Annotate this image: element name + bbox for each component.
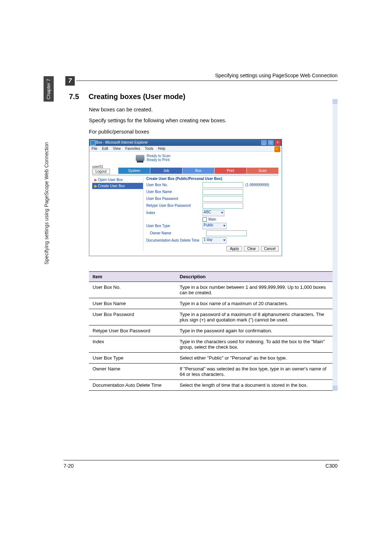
menu-bar: File Edit View Favorites Tools Help bbox=[89, 146, 282, 152]
hint-user-box-no: (1-999999999) bbox=[245, 183, 269, 187]
col-item: Item bbox=[89, 271, 176, 282]
scroll-up-icon[interactable] bbox=[332, 99, 338, 104]
col-description: Description bbox=[176, 271, 336, 282]
menu-view[interactable]: View bbox=[113, 147, 121, 151]
cell-item: User Box Type bbox=[89, 352, 176, 363]
status-scan: Ready to Scan bbox=[147, 154, 171, 158]
tab-separator bbox=[92, 175, 279, 176]
table-row: Documentation Auto Delete TimeSelect the… bbox=[89, 379, 336, 390]
menu-edit[interactable]: Edit bbox=[102, 147, 108, 151]
minimize-icon[interactable]: _ bbox=[261, 140, 267, 145]
cell-item: User Box Name bbox=[89, 298, 176, 309]
label-doc-auto-delete: Documentation Auto Delete Time bbox=[146, 238, 203, 242]
window-titlebar: Box - Microsoft Internet Explorer _ □ × bbox=[89, 139, 282, 146]
chapter-number-badge: 7 bbox=[65, 76, 75, 86]
menu-tools[interactable]: Tools bbox=[145, 147, 153, 151]
body-p1: New boxes can be created. bbox=[89, 106, 338, 113]
table-row: User Box TypeSelect either "Public" or "… bbox=[89, 352, 336, 363]
cell-description: Type in the password again for confirmat… bbox=[176, 325, 336, 336]
window-title-text: Box - Microsoft Internet Explorer bbox=[96, 140, 148, 144]
label-retype-password: Retype User Box Password bbox=[146, 204, 203, 208]
cancel-button[interactable]: Cancel bbox=[261, 246, 279, 251]
cell-description: Type in a box number between 1 and 999,9… bbox=[176, 282, 336, 298]
input-retype-password[interactable] bbox=[203, 203, 243, 209]
input-user-box-no[interactable] bbox=[203, 182, 243, 188]
label-user-box-no: User Box No. bbox=[146, 183, 203, 187]
footer-page: 7-20 bbox=[64, 463, 74, 469]
status-print: Ready to Print bbox=[147, 158, 171, 162]
select-user-box-type[interactable]: Public bbox=[203, 223, 226, 229]
body-p2: Specify settings for the following when … bbox=[89, 117, 338, 124]
cell-item: Owner Name bbox=[89, 363, 176, 379]
tab-box[interactable]: Box bbox=[183, 168, 215, 174]
tab-scan[interactable]: Scan bbox=[247, 168, 279, 174]
description-table: Item Description User Box No.Type in a b… bbox=[89, 271, 336, 391]
apply-button[interactable]: Apply bbox=[226, 246, 242, 251]
table-row: Owner NameIf "Personal" was selected as … bbox=[89, 363, 336, 379]
footer-model: C300 bbox=[326, 463, 338, 469]
select-doc-auto-delete[interactable]: 1 day bbox=[203, 237, 226, 244]
logout-button[interactable]: Logout bbox=[92, 169, 110, 174]
menu-file[interactable]: File bbox=[91, 147, 97, 151]
cell-item: User Box No. bbox=[89, 282, 176, 298]
checkbox-main[interactable] bbox=[203, 217, 207, 222]
input-owner-name[interactable] bbox=[206, 230, 247, 236]
cell-item: Index bbox=[89, 336, 176, 352]
header-rule bbox=[76, 81, 338, 81]
clear-button[interactable]: Clear bbox=[244, 246, 259, 251]
menu-favorites[interactable]: Favorites bbox=[125, 147, 140, 151]
cell-description: Select the length of time that a documen… bbox=[176, 379, 336, 390]
label-user-box-password: User Box Password bbox=[146, 197, 203, 201]
cell-description: Type in a password of a maximum of 8 alp… bbox=[176, 309, 336, 325]
section-body: New boxes can be created. Specify settin… bbox=[89, 106, 338, 135]
section-title: Creating boxes (User mode) bbox=[89, 93, 185, 101]
table-row: User Box PasswordType in a password of a… bbox=[89, 309, 336, 325]
section-number: 7.5 bbox=[69, 93, 87, 101]
tab-system[interactable]: System bbox=[118, 168, 150, 174]
table-row: IndexType in the characters used for ind… bbox=[89, 336, 336, 352]
cell-description: Type in a box name of a maximum of 20 ch… bbox=[176, 298, 336, 309]
cell-description: Type in the characters used for indexing… bbox=[176, 336, 336, 352]
tab-job[interactable]: Job bbox=[150, 168, 182, 174]
table-row: User Box NameType in a box name of a max… bbox=[89, 298, 336, 309]
cell-item: Documentation Auto Delete Time bbox=[89, 379, 176, 390]
label-main: Main bbox=[208, 217, 216, 221]
side-chapter-tab: Chapter 7 bbox=[44, 76, 54, 102]
form-heading: Create User Box (Public/Personal User Bo… bbox=[146, 177, 279, 181]
scroll-down-icon[interactable] bbox=[332, 386, 338, 391]
scrollbar[interactable] bbox=[332, 99, 338, 391]
sidebar-item-create-box[interactable]: ▶Create User Box bbox=[92, 183, 143, 189]
select-index[interactable]: ABC bbox=[203, 210, 224, 216]
table-row: User Box No.Type in a box number between… bbox=[89, 282, 336, 298]
cell-item: User Box Password bbox=[89, 309, 176, 325]
input-user-box-password[interactable] bbox=[203, 196, 243, 202]
label-owner-name: Owner Name bbox=[146, 231, 206, 235]
label-index: Index bbox=[146, 211, 203, 215]
footer-rule bbox=[64, 460, 339, 460]
menu-help[interactable]: Help bbox=[158, 147, 166, 151]
maximize-icon[interactable]: □ bbox=[268, 140, 274, 145]
cell-item: Retype User Box Password bbox=[89, 325, 176, 336]
close-icon[interactable]: × bbox=[274, 140, 281, 145]
screenshot-window: Box - Microsoft Internet Explorer _ □ × … bbox=[89, 139, 282, 256]
table-row: Retype User Box PasswordType in the pass… bbox=[89, 325, 336, 336]
body-p3: For public/personal boxes bbox=[89, 128, 338, 135]
ie-logo-icon bbox=[274, 146, 280, 152]
label-user-box-name: User Box Name bbox=[146, 190, 203, 194]
label-user-box-type: User Box Type bbox=[146, 224, 203, 228]
header-running-title: Specifying settings using PageScope Web … bbox=[215, 73, 338, 78]
input-user-box-name[interactable] bbox=[203, 189, 243, 195]
printer-icon bbox=[136, 155, 144, 161]
cell-description: If "Personal" was selected as the box ty… bbox=[176, 363, 336, 379]
sidebar-item-open-box[interactable]: ▶Open User Box bbox=[92, 177, 143, 183]
tab-print[interactable]: Print bbox=[215, 168, 246, 174]
side-running-title: Specifying settings using PageScope Web … bbox=[44, 109, 54, 297]
cell-description: Select either "Public" or "Personal" as … bbox=[176, 352, 336, 363]
